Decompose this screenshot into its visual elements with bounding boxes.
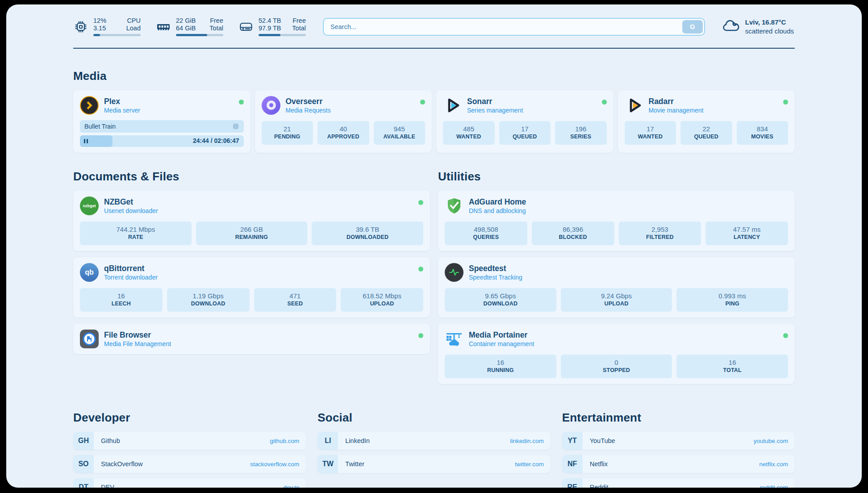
stat-block: 945AVAILABLE <box>374 121 426 145</box>
playback-progress-bar: 24:44 / 02:06:47 <box>80 135 244 147</box>
service-card-portainer[interactable]: Media Portainer Container management 16R… <box>438 324 795 384</box>
status-dot <box>418 333 423 338</box>
bookmark-stackoverflow[interactable]: SO StackOverflow stackoverflow.com <box>73 455 306 473</box>
stat-block: 9.65 GbpsDOWNLOAD <box>445 288 556 312</box>
stat-block: 485WANTED <box>443 121 495 145</box>
bookmark-group-social: Social LI LinkedIn linkedin.com TW Twitt… <box>317 411 550 488</box>
stat-block: 2,953FILTERED <box>619 221 701 245</box>
memory-progress-bar <box>176 34 223 36</box>
bookmark-group-entertainment: Entertainment YT YouTube youtube.com NF … <box>562 411 795 488</box>
gear-icon[interactable] <box>232 123 239 130</box>
service-card-qbittorrent[interactable]: qb qBittorrent Torrent downloader 16LEEC… <box>73 257 430 318</box>
bookmark-url: twitter.com <box>515 461 544 468</box>
service-card-radarr[interactable]: Radarr Movie management 17WANTED 22QUEUE… <box>618 90 795 153</box>
bookmark-abbr: GH <box>73 432 94 450</box>
service-name: File Browser <box>104 330 171 340</box>
bookmark-name: Github <box>101 437 120 444</box>
bookmark-twitter[interactable]: TW Twitter twitter.com <box>317 455 550 473</box>
service-card-speedtest[interactable]: Speedtest Speedtest Tracking 9.65 GbpsDO… <box>438 257 795 318</box>
service-card-nzbget[interactable]: nzbget NZBGet Usenet downloader 744.21 M… <box>73 191 430 251</box>
status-dot <box>420 100 425 104</box>
cpu-progress-bar <box>93 34 141 36</box>
stat-block: 196SERIES <box>555 121 607 145</box>
cloud-icon <box>722 18 740 35</box>
service-card-adguard[interactable]: AdGuard Home DNS and adblocking 498,508Q… <box>438 191 795 251</box>
service-card-overseerr[interactable]: Overseerr Media Requests 21PENDING 40APP… <box>255 90 432 153</box>
bookmark-github[interactable]: GH Github github.com <box>73 432 306 450</box>
now-playing-title: Bullet Train <box>84 123 116 130</box>
status-dot <box>239 100 244 104</box>
bookmark-url: github.com <box>270 438 299 444</box>
service-name: Media Portainer <box>469 330 534 340</box>
stat-block: 47.57 msLATENCY <box>705 221 788 245</box>
utilities-column: Utilities AdGuard Home DNS and adblockin… <box>438 153 795 384</box>
stat-block: 16LEECH <box>80 288 163 312</box>
stat-block: 834MOVIES <box>737 121 789 145</box>
service-card-sonarr[interactable]: Sonarr Series management 485WANTED 17QUE… <box>436 90 613 153</box>
service-subtitle: Media Requests <box>286 106 331 114</box>
bookmark-name: YouTube <box>590 437 615 444</box>
service-card-plex[interactable]: Plex Media server Bullet Train 24:44 / 0… <box>73 90 250 153</box>
memory-free-label: Free <box>204 17 223 25</box>
disk-total-value: 97.9 TB <box>259 25 284 32</box>
bookmark-url: stackoverflow.com <box>250 461 299 468</box>
service-name: NZBGet <box>104 197 158 207</box>
cpu-label: CPU <box>121 17 141 25</box>
cpu-percent: 12% <box>93 17 119 25</box>
service-card-filebrowser[interactable]: File Browser Media File Management <box>73 324 430 354</box>
bookmark-abbr: LI <box>317 432 338 450</box>
bookmark-abbr: YT <box>562 432 583 450</box>
bookmark-dev[interactable]: DT DEV dev.to <box>73 478 306 488</box>
status-dot <box>418 267 423 272</box>
service-name: Sonarr <box>467 96 523 106</box>
section-title-utilities: Utilities <box>438 170 795 184</box>
service-subtitle: Movie management <box>649 106 704 114</box>
status-dot <box>783 100 788 104</box>
disk-progress-bar <box>259 34 306 36</box>
search-input[interactable] <box>325 23 682 30</box>
bookmark-netflix[interactable]: NF Netflix netflix.com <box>562 455 795 473</box>
pause-icon <box>84 139 88 143</box>
stat-block: 618.52 MbpsUPLOAD <box>341 288 423 312</box>
now-playing-row: Bullet Train <box>80 120 244 133</box>
bookmark-name: StackOverflow <box>101 460 142 468</box>
bookmark-url: dev.to <box>284 484 300 488</box>
bookmark-name: Reddit <box>590 484 609 488</box>
service-name: Overseerr <box>286 96 331 106</box>
service-subtitle: Torrent downloader <box>104 273 158 281</box>
portainer-icon <box>445 330 463 348</box>
stat-block: 40APPROVED <box>317 121 369 145</box>
bookmark-youtube[interactable]: YT YouTube youtube.com <box>562 432 795 450</box>
stat-block: 16RUNNING <box>445 355 556 378</box>
service-subtitle: DNS and adblocking <box>469 207 526 215</box>
bookmark-name: Twitter <box>345 460 364 468</box>
resource-widgets: 12% 3.15 CPU Load <box>73 17 306 36</box>
cpu-load-value: 3.15 <box>93 25 119 32</box>
bookmark-reddit[interactable]: RE Reddit reddit.com <box>562 478 795 488</box>
header-divider <box>73 48 795 49</box>
stat-block: 744.21 MbpsRATE <box>80 221 192 245</box>
bookmark-name: Netflix <box>590 460 608 468</box>
stat-block: 266 GBREMAINING <box>196 221 308 245</box>
bookmark-name: LinkedIn <box>345 437 370 444</box>
service-subtitle: Series management <box>467 106 523 114</box>
bookmark-url: linkedin.com <box>510 438 544 444</box>
search-provider-button[interactable]: G <box>682 20 703 33</box>
stat-block: 0STOPPED <box>561 355 672 378</box>
section-title-media: Media <box>73 69 795 83</box>
search-bar: G <box>323 18 705 36</box>
cpu-widget: 12% 3.15 CPU Load <box>73 17 141 36</box>
bookmark-group-developer: Developer GH Github github.com SO StackO… <box>73 411 306 488</box>
bookmark-linkedin[interactable]: LI LinkedIn linkedin.com <box>317 432 550 450</box>
bookmark-abbr: NF <box>562 455 583 473</box>
service-subtitle: Usenet downloader <box>104 207 158 215</box>
disk-free-label: Free <box>286 17 306 25</box>
bookmark-abbr: SO <box>73 455 94 473</box>
weather-condition: scattered clouds <box>745 27 794 36</box>
plex-icon <box>80 96 99 115</box>
disk-widget: 52.4 TB 97.9 TB Free Total <box>238 17 306 36</box>
overseerr-icon <box>262 96 280 115</box>
memory-total-label: Total <box>204 25 223 32</box>
stat-block: 498,508QUERIES <box>445 221 527 245</box>
status-dot <box>783 333 788 338</box>
